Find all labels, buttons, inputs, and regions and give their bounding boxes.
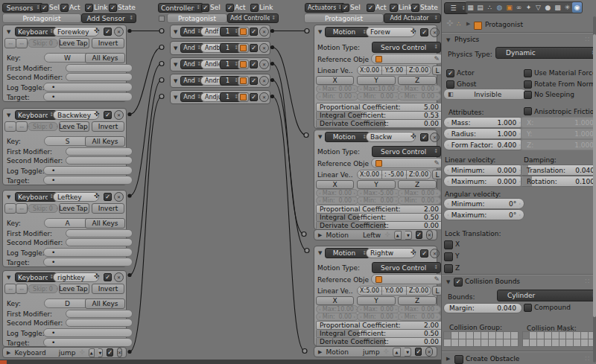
sensor-type-menu[interactable]: Keyboard↕ <box>15 110 57 120</box>
move-up-icon[interactable]: ▲ <box>393 348 401 357</box>
min-z-field[interactable]: ‹Min:0.00› <box>398 197 441 205</box>
eyedropper-icon[interactable]: ✎ <box>434 55 440 63</box>
controller-active-checkbox[interactable]: ✓ <box>250 28 258 36</box>
min-y-field[interactable]: ‹Min:0.00› <box>357 197 400 205</box>
pin-icon[interactable]: ✜ <box>384 232 390 238</box>
linear-x-field[interactable]: ‹X:0.00› <box>357 66 382 75</box>
level-button[interactable]: Level <box>59 38 77 48</box>
min-x-field[interactable]: ‹Min:0.00› <box>316 313 358 321</box>
collision-mask-grid[interactable] <box>522 331 595 346</box>
actuators-filter-act-checkbox[interactable]: ✓ <box>367 4 375 12</box>
eyedropper-icon[interactable]: ✎ <box>434 159 440 167</box>
linear-x-field[interactable]: ‹X:0.00› <box>357 170 382 179</box>
damping-rotation-slider[interactable]: Rotation:0.100 <box>521 176 596 187</box>
render-layers-icon[interactable]: ▤ <box>475 2 485 13</box>
actuator-input-sockets[interactable] <box>302 29 309 354</box>
delete-icon[interactable]: ✕ <box>259 76 269 86</box>
add-sensor-menu[interactable]: Add Sensor↕ <box>81 13 136 23</box>
sensor-type-menu[interactable]: Keyboard↕ <box>15 192 57 202</box>
pin-icon[interactable]: ✜ <box>94 273 100 280</box>
bookmark-icon[interactable] <box>238 27 249 36</box>
scrollbar-thumb[interactable] <box>593 34 596 317</box>
delete-icon[interactable]: ✕ <box>259 60 269 69</box>
expand-icon[interactable]: ▶ <box>318 232 322 238</box>
level-button[interactable]: Level <box>59 203 77 214</box>
invert-button[interactable]: Invert <box>92 38 124 48</box>
delete-icon[interactable]: ✕ <box>114 192 124 202</box>
expand-icon[interactable]: ▶ <box>318 349 322 355</box>
collapse-icon[interactable]: ▼ <box>174 78 177 84</box>
collapse-icon[interactable]: ▼ <box>174 29 177 35</box>
actuator-active-checkbox[interactable]: ✓ <box>416 231 422 239</box>
controller-active-checkbox[interactable]: ✓ <box>250 44 258 52</box>
actor-checkbox[interactable]: ✓ <box>446 69 454 77</box>
sensor-name-field[interactable]: rightkey <box>53 272 99 282</box>
limit-x-button[interactable]: X <box>316 76 354 85</box>
actuator-active-checkbox[interactable]: ✓ <box>420 249 428 258</box>
panel-collapse-icon[interactable]: ▼ <box>446 279 450 285</box>
eyedropper-icon[interactable]: ✎ <box>434 275 440 283</box>
limit-y-button[interactable]: Y <box>357 76 396 85</box>
physics-icon[interactable]: ◉ <box>572 2 582 13</box>
key-button[interactable]: D <box>44 298 91 308</box>
collapse-icon[interactable]: ▼ <box>174 62 177 68</box>
all-keys-button[interactable]: All Keys <box>85 53 125 63</box>
second-modifier-field[interactable] <box>66 73 133 81</box>
bounds-menu[interactable]: Cylinder↕ <box>497 290 596 301</box>
collapse-icon[interactable]: ▼ <box>7 112 10 118</box>
delete-icon[interactable]: ✕ <box>426 230 433 240</box>
motion-type-menu[interactable]: Servo Control↕ <box>372 146 441 157</box>
pin-icon[interactable]: ✜ <box>94 28 100 34</box>
delete-icon[interactable]: ✕ <box>259 27 269 36</box>
object-icon[interactable]: ▣ <box>504 2 514 13</box>
sensors-filter-state-checkbox[interactable]: ✓ <box>109 4 117 12</box>
pulse-false-icon[interactable]: ··· <box>16 38 28 48</box>
pulse-false-icon[interactable]: ··· <box>16 121 28 132</box>
sensors-filter-sel-checkbox[interactable]: ✓ <box>40 4 48 12</box>
min-y-field[interactable]: ‹Min:0.00› <box>357 92 400 100</box>
second-modifier-field[interactable] <box>66 156 133 165</box>
panel-expand-icon[interactable]: ▶ <box>446 356 450 362</box>
key-button[interactable]: W <box>44 53 91 63</box>
min-z-field[interactable]: ‹Min:0.00› <box>398 313 441 321</box>
controllers-filter-act-checkbox[interactable]: ✓ <box>226 4 234 12</box>
bookmark-icon[interactable] <box>238 92 249 102</box>
tap-button[interactable]: Tap <box>75 38 89 48</box>
delete-icon[interactable]: ✕ <box>430 132 440 142</box>
actuator-active-checkbox[interactable]: ✓ <box>415 348 422 356</box>
linear-velocity-maximum-slider[interactable]: ‹Maximum:0.000› <box>443 176 524 187</box>
delete-icon[interactable]: ✕ <box>425 347 433 357</box>
sensor-active-checkbox[interactable]: ✓ <box>104 111 112 119</box>
reference-object-field[interactable]: ✎ <box>371 158 444 168</box>
linear-y-field[interactable]: ‹Y:0.00› <box>381 286 407 296</box>
level-button[interactable]: Level <box>59 284 77 294</box>
log-toggle-field[interactable]: • <box>43 83 133 92</box>
controller-input-sockets[interactable] <box>159 29 164 99</box>
limit-x-button[interactable]: X <box>316 296 354 305</box>
pin-icon[interactable]: ✜ <box>410 249 416 256</box>
pulse-true-icon[interactable]: ··· <box>4 38 16 48</box>
actuators-filter-state-checkbox[interactable]: ✓ <box>411 4 419 12</box>
tap-button[interactable]: Tap <box>75 121 89 132</box>
margin-slider[interactable]: Margin:0.040 <box>443 303 522 313</box>
mass-slider[interactable]: ‹Mass:1.000› <box>443 117 524 128</box>
sensors-type-menu[interactable]: Sensors↕ <box>2 3 43 13</box>
pin-icon[interactable]: ✜ <box>79 349 85 356</box>
sensor-type-menu[interactable]: Keyboard↕ <box>15 272 57 282</box>
log-toggle-field[interactable]: • <box>43 166 133 175</box>
sensors-filter-act-checkbox[interactable]: ✓ <box>60 4 69 12</box>
corner-widget[interactable] <box>0 360 7 364</box>
compound-checkbox[interactable]: ✓ <box>524 304 532 312</box>
linear-x-field[interactable]: ‹X:5.00› <box>357 286 382 296</box>
controller-output-sockets[interactable] <box>270 29 274 98</box>
actuator-active-checkbox[interactable]: ✓ <box>420 28 428 36</box>
pulse-true-icon[interactable]: ··· <box>4 284 16 294</box>
limit-z-button[interactable]: Z <box>398 296 437 305</box>
pin-icon[interactable]: ✜ <box>384 348 390 355</box>
motion-type-menu[interactable]: Servo Control↕ <box>372 262 441 273</box>
sensor-active-checkbox[interactable]: ✓ <box>104 28 112 36</box>
move-down-icon[interactable]: ▼ <box>405 231 412 240</box>
bookmark-icon[interactable] <box>238 43 249 53</box>
pulse-true-icon[interactable]: ··· <box>4 203 16 214</box>
delete-icon[interactable]: ✕ <box>117 348 122 357</box>
